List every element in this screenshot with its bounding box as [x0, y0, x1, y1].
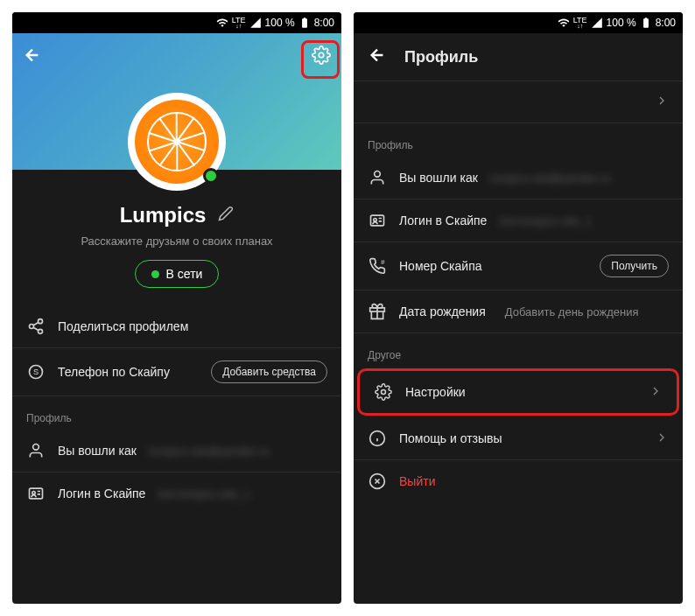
- skype-credit-icon: S: [26, 363, 46, 381]
- avatar[interactable]: [128, 93, 226, 191]
- skype-number-row[interactable]: # Номер Скайпа Получить: [354, 242, 683, 290]
- birthday-value: Добавить день рождения: [498, 305, 669, 318]
- svg-point-21: [382, 390, 386, 395]
- page-title: Профиль: [404, 48, 478, 66]
- svg-point-10: [32, 492, 35, 494]
- battery-icon: [298, 17, 311, 29]
- profile-tagline[interactable]: Расскажите друзьям о своих планах: [12, 234, 341, 248]
- svg-point-1: [39, 319, 43, 324]
- back-button[interactable]: [23, 46, 42, 68]
- battery-percent: 100 %: [607, 17, 636, 29]
- skype-login-row[interactable]: Логин в Скайпе live:lumpics.site_1: [354, 200, 683, 242]
- logged-in-value: lumpics.site@yandex.ru: [149, 444, 327, 458]
- svg-point-15: [374, 219, 376, 221]
- svg-point-2: [30, 325, 34, 329]
- skype-login-value: live:lumpics.site_1: [158, 487, 327, 500]
- phone-right: LTE↓↑ 100 % 8:00 Профиль Профиль Вы вошл…: [354, 12, 683, 604]
- logged-in-as-row[interactable]: Вы вошли как lumpics.site@yandex.ru: [354, 157, 683, 200]
- person-icon: [368, 169, 387, 186]
- exit-row[interactable]: Выйти: [354, 460, 683, 502]
- annotation-highlight-settings: Настройки: [357, 368, 679, 416]
- title-bar: Профиль: [354, 33, 683, 80]
- back-button[interactable]: [368, 46, 387, 68]
- svg-line-5: [33, 322, 39, 325]
- wifi-icon: [558, 17, 570, 29]
- logged-in-value: lumpics.site@yandex.ru: [490, 172, 669, 185]
- phone-left: LTE↓↑ 100 % 8:00: [12, 12, 341, 604]
- status-bar: LTE↓↑ 100 % 8:00: [354, 12, 683, 33]
- clock: 8:00: [656, 17, 676, 29]
- svg-text:S: S: [33, 368, 39, 376]
- get-number-button[interactable]: Получить: [600, 255, 669, 277]
- status-bar: LTE↓↑ 100 % 8:00: [12, 12, 341, 33]
- close-circle-icon: [368, 472, 387, 490]
- skype-phone-row[interactable]: S Телефон по Скайпу Добавить средства: [12, 348, 341, 396]
- share-icon: [26, 318, 46, 335]
- svg-point-8: [33, 444, 39, 451]
- birthday-row[interactable]: Дата рождения Добавить день рождения: [354, 290, 683, 333]
- skype-login-row[interactable]: Логин в Скайпе live:lumpics.site_1: [12, 472, 341, 514]
- info-icon: [368, 430, 387, 447]
- settings-row[interactable]: Настройки: [360, 371, 677, 413]
- section-header-profile: Профиль: [354, 123, 683, 157]
- skype-login-value: live:lumpics.site_1: [499, 214, 669, 228]
- battery-percent: 100 %: [265, 17, 295, 29]
- signal-icon: [249, 17, 262, 29]
- partial-row-top[interactable]: [354, 80, 683, 123]
- share-profile-row[interactable]: Поделиться профилем: [12, 305, 341, 348]
- status-pill[interactable]: В сети: [135, 260, 220, 288]
- logged-in-as-row[interactable]: Вы вошли как lumpics.site@yandex.ru: [12, 430, 341, 472]
- help-row[interactable]: Помощь и отзывы: [354, 417, 683, 460]
- status-dot-icon: [151, 270, 159, 278]
- profile-name: Lumpics: [120, 203, 207, 228]
- chevron-right-icon: [649, 384, 663, 401]
- section-header-other: Другое: [354, 333, 683, 367]
- signal-icon: [591, 17, 603, 29]
- gear-icon[interactable]: [312, 46, 331, 68]
- gear-icon: [374, 383, 393, 401]
- id-card-icon: [368, 212, 387, 229]
- svg-text:#: #: [381, 258, 385, 266]
- person-icon: [26, 442, 46, 459]
- clock: 8:00: [314, 17, 334, 29]
- id-card-icon: [26, 485, 46, 502]
- lte-indicator: LTE↓↑: [573, 17, 587, 29]
- svg-point-0: [319, 52, 324, 58]
- chevron-right-icon: [655, 94, 669, 110]
- phone-number-icon: #: [368, 257, 387, 275]
- svg-point-13: [375, 172, 381, 178]
- wifi-icon: [216, 17, 228, 29]
- status-label: В сети: [166, 267, 203, 281]
- edit-icon[interactable]: [218, 206, 234, 225]
- gift-icon: [368, 303, 387, 320]
- svg-line-4: [33, 327, 39, 330]
- battery-icon: [640, 17, 652, 29]
- profile-header: [12, 33, 341, 170]
- add-funds-button[interactable]: Добавить средства: [211, 360, 327, 383]
- presence-indicator: [203, 168, 219, 184]
- chevron-right-icon: [655, 430, 669, 447]
- svg-point-3: [39, 329, 43, 333]
- lte-indicator: LTE↓↑: [232, 17, 246, 29]
- section-header-profile: Профиль: [12, 396, 341, 430]
